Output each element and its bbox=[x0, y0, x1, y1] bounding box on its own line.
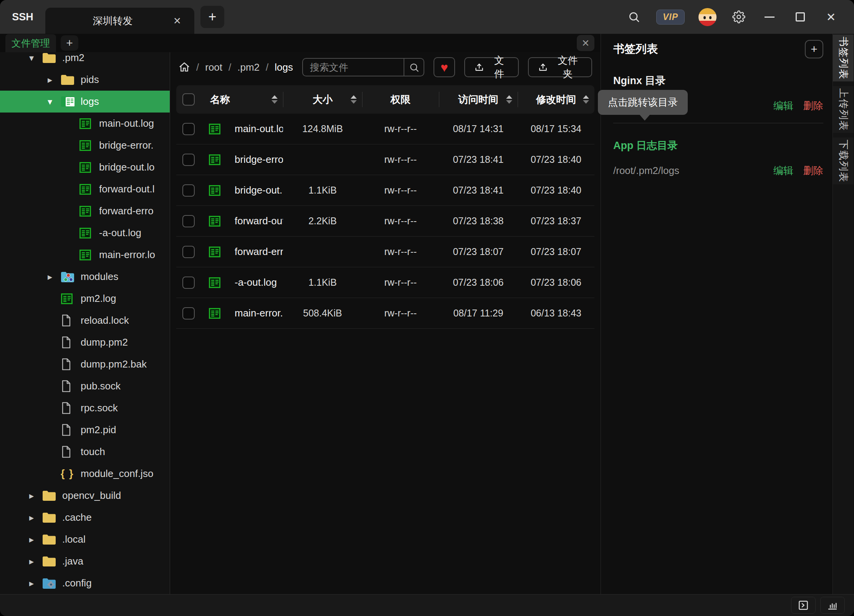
bookmark-edit-link[interactable]: 编辑 bbox=[773, 164, 793, 177]
caret-icon[interactable]: ▾ bbox=[29, 53, 42, 63]
upload-folder-button[interactable]: 文件夹 bbox=[528, 57, 592, 77]
tree-item[interactable]: bridge-error. bbox=[0, 134, 170, 156]
tree-item[interactable]: rpc.sock bbox=[0, 397, 170, 419]
tree-item[interactable]: dump.pm2.bak bbox=[0, 353, 170, 375]
bookmark-delete-link[interactable]: 删除 bbox=[803, 99, 823, 113]
sort-icon[interactable] bbox=[351, 95, 357, 104]
window-minimize-button[interactable] bbox=[761, 8, 778, 25]
tree-item[interactable]: main-error.lo bbox=[0, 244, 170, 266]
table-row[interactable]: forward-out 2.2KiB rw-r--r-- 07/23 18:38… bbox=[176, 206, 594, 237]
sort-icon[interactable] bbox=[271, 95, 278, 104]
table-row[interactable]: bridge-out. 1.1KiB rw-r--r-- 07/23 18:41… bbox=[176, 175, 594, 206]
close-icon: ✕ bbox=[826, 10, 836, 24]
caret-icon[interactable]: ▸ bbox=[29, 534, 42, 545]
file-name: forward-out bbox=[235, 215, 283, 227]
tab-close-icon[interactable]: ✕ bbox=[170, 15, 184, 27]
row-checkbox[interactable] bbox=[182, 215, 195, 227]
tree-item[interactable]: ▾ logs bbox=[0, 91, 170, 113]
bookmark-name[interactable]: App 日志目录 bbox=[613, 139, 832, 152]
caret-icon[interactable]: ▸ bbox=[29, 490, 42, 501]
column-header[interactable]: 访问时间 bbox=[439, 91, 518, 108]
select-all-checkbox[interactable] bbox=[182, 93, 195, 106]
json-icon: { } bbox=[61, 468, 75, 480]
tree-item[interactable]: ▸ opencv_build bbox=[0, 485, 170, 507]
settings-button[interactable] bbox=[730, 8, 747, 25]
caret-icon[interactable]: ▾ bbox=[48, 96, 61, 107]
row-checkbox[interactable] bbox=[182, 307, 195, 320]
favorite-button[interactable]: ♥ bbox=[434, 57, 455, 77]
tree-item[interactable]: pub.sock bbox=[0, 375, 170, 397]
bookmark-edit-link[interactable]: 编辑 bbox=[773, 99, 793, 113]
folder-icon bbox=[42, 52, 57, 63]
tree-item[interactable]: ▸ pids bbox=[0, 69, 170, 91]
tree-item[interactable]: ▸ modules bbox=[0, 266, 170, 288]
window-maximize-button[interactable] bbox=[792, 8, 809, 25]
search-button[interactable] bbox=[626, 8, 642, 25]
caret-icon[interactable]: ▸ bbox=[48, 272, 61, 282]
tree-item[interactable]: { } module_conf.jso bbox=[0, 463, 170, 485]
home-icon[interactable] bbox=[179, 61, 190, 73]
tab-file-manager[interactable]: 文件管理 bbox=[5, 34, 56, 52]
tree-item[interactable]: touch bbox=[0, 441, 170, 463]
upload-file-button[interactable]: 文件 bbox=[464, 57, 519, 77]
side-tab-inactive[interactable]: 上传列表 bbox=[833, 86, 854, 133]
file-size: 2.2KiB bbox=[283, 215, 362, 227]
breadcrumb-segment[interactable]: .pm2 bbox=[237, 61, 260, 73]
tree-item[interactable]: main-out.log bbox=[0, 113, 170, 134]
row-checkbox[interactable] bbox=[182, 277, 195, 289]
tree-item[interactable]: bridge-out.lo bbox=[0, 156, 170, 178]
search-submit-button[interactable] bbox=[404, 59, 424, 76]
side-tab-inactive[interactable]: 下载列表 bbox=[833, 137, 854, 184]
search-input[interactable] bbox=[303, 62, 404, 73]
row-checkbox[interactable] bbox=[182, 123, 195, 135]
tree-item[interactable]: reload.lock bbox=[0, 310, 170, 331]
table-row[interactable]: main-error.l 508.4KiB rw-r--r-- 08/17 11… bbox=[176, 298, 594, 329]
session-tab[interactable]: 深圳转发 ✕ bbox=[45, 8, 194, 34]
user-avatar[interactable] bbox=[698, 8, 717, 26]
column-header[interactable]: 修改时间 bbox=[518, 91, 594, 108]
sort-icon[interactable] bbox=[583, 95, 589, 104]
table-row[interactable]: -a-out.log 1.1KiB rw-r--r-- 07/23 18:06 … bbox=[176, 267, 594, 298]
new-tab-button[interactable]: + bbox=[200, 6, 224, 28]
tree-item[interactable]: forward-out.l bbox=[0, 178, 170, 200]
tree-item[interactable]: ▾ .pm2 bbox=[0, 52, 170, 69]
row-checkbox[interactable] bbox=[182, 184, 195, 197]
tree-item[interactable]: ▸ .config bbox=[0, 572, 170, 594]
tree-item-label: main-out.log bbox=[99, 118, 154, 129]
add-bookmark-button[interactable]: + bbox=[805, 40, 823, 58]
file-name: forward-err bbox=[235, 246, 283, 258]
caret-icon[interactable]: ▸ bbox=[29, 556, 42, 567]
window-close-button[interactable]: ✕ bbox=[823, 8, 839, 25]
bookmark-delete-link[interactable]: 删除 bbox=[803, 164, 823, 177]
tree-item[interactable]: pm2.log bbox=[0, 288, 170, 310]
tree-item[interactable]: forward-erro bbox=[0, 200, 170, 222]
sort-icon[interactable] bbox=[506, 95, 512, 104]
tree-item[interactable]: dump.pm2 bbox=[0, 331, 170, 353]
breadcrumb-segment[interactable]: root bbox=[205, 61, 222, 73]
column-header[interactable]: 权限 bbox=[362, 91, 439, 108]
terminal-toggle-button[interactable] bbox=[791, 597, 816, 614]
side-tab-active[interactable]: 书签列表 bbox=[833, 35, 854, 81]
tree-item[interactable]: ▸ .java bbox=[0, 550, 170, 572]
row-checkbox[interactable] bbox=[182, 246, 195, 258]
breadcrumb-segment[interactable]: logs bbox=[275, 61, 293, 73]
add-subtab-button[interactable]: + bbox=[61, 35, 78, 51]
table-row[interactable]: forward-err rw-r--r-- 07/23 18:07 07/23 … bbox=[176, 237, 594, 267]
tree-item[interactable]: ▸ .local bbox=[0, 528, 170, 550]
table-row[interactable]: bridge-erro rw-r--r-- 07/23 18:41 07/23 … bbox=[176, 144, 594, 175]
column-header[interactable]: 大小 bbox=[283, 91, 362, 108]
panel-close-button[interactable]: ✕ bbox=[577, 35, 594, 51]
vip-badge[interactable]: VIP bbox=[656, 10, 685, 25]
caret-icon[interactable]: ▸ bbox=[29, 578, 42, 589]
row-checkbox[interactable] bbox=[182, 154, 195, 166]
caret-icon[interactable]: ▸ bbox=[29, 512, 42, 523]
tree-item[interactable]: pm2.pid bbox=[0, 419, 170, 441]
bookmark-name[interactable]: Nginx 目录 bbox=[613, 74, 832, 88]
caret-icon[interactable]: ▸ bbox=[48, 75, 61, 85]
monitor-toggle-button[interactable] bbox=[820, 597, 845, 614]
tree-item[interactable]: -a-out.log bbox=[0, 222, 170, 244]
column-header[interactable]: 名称 bbox=[201, 91, 283, 108]
tree-item[interactable]: ▸ .cache bbox=[0, 507, 170, 528]
upload-icon bbox=[474, 62, 484, 73]
table-row[interactable]: main-out.lo 124.8MiB rw-r--r-- 08/17 14:… bbox=[176, 114, 594, 144]
